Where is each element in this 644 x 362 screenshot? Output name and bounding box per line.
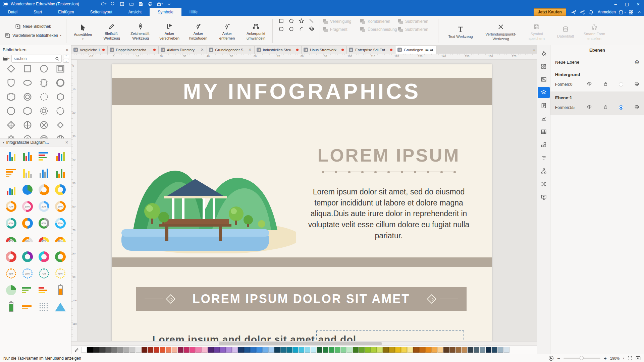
save-button[interactable] [137,1,145,7]
color-swatch[interactable] [292,347,298,353]
color-swatch[interactable] [413,347,419,353]
tool-anchor-remove[interactable]: Anker entfernen [213,21,241,41]
library-shape-octagon[interactable] [3,104,19,118]
library-shape-fan[interactable] [52,132,68,138]
search-icon[interactable] [55,57,59,61]
new-layer-row[interactable]: Neue Ebene ⊕ [550,55,644,69]
library-shape-petal[interactable] [36,132,52,138]
close-button[interactable]: ✕ [633,0,644,8]
color-swatch[interactable] [455,347,461,353]
login-link[interactable]: Anmelden [596,8,618,16]
library-thumbnail-battv[interactable] [5,301,17,313]
color-swatch[interactable] [341,347,346,353]
library-shape-scallop[interactable] [19,104,36,118]
presentation-panel-icon[interactable] [538,192,550,202]
color-swatch[interactable] [123,347,129,353]
color-swatch[interactable] [208,347,214,353]
color-swatch[interactable] [305,347,310,353]
zoom-slider-knob[interactable] [580,356,584,360]
image-panel-icon[interactable] [538,74,550,85]
library-thumbnail-dotring[interactable]: 45% [5,267,17,280]
color-swatch[interactable] [232,347,238,353]
color-swatch[interactable] [286,347,292,353]
palette-pencil-icon[interactable] [73,347,81,353]
color-swatch[interactable] [172,347,177,353]
color-swatch[interactable] [214,347,220,353]
library-thumbnail-donut[interactable] [21,250,34,263]
library-shape-seal[interactable] [36,76,52,89]
color-swatch[interactable] [129,347,135,353]
library-shape-ring[interactable] [19,90,36,104]
document-tab[interactable]: ƆHaus Stromverk... [302,46,347,54]
library-thumbnail-dotring[interactable]: 70% [38,267,50,280]
send-feedback-icon[interactable] [570,8,578,16]
color-swatch[interactable] [335,347,340,353]
layer-print-icon[interactable] [634,105,639,111]
library-thumbnail-donut[interactable] [38,250,50,263]
color-swatch[interactable] [117,347,123,353]
library-thumbnail-bars[interactable] [21,150,34,163]
quick-access-customize-button[interactable] [165,1,173,7]
infographic-title[interactable]: MY INFOGRAPHICS [183,79,421,104]
body-paragraph[interactable]: Lorem ipsum dolor sit amet, sed do eiusm… [302,186,476,241]
fit-to-window-icon[interactable] [636,356,641,361]
library-search-box[interactable] [11,55,62,63]
color-swatch[interactable] [480,347,485,353]
draw-shape-pent[interactable] [288,18,294,25]
tool-text[interactable]: Text-Werkzeug [440,23,481,39]
color-swatch[interactable] [359,347,365,353]
library-thumbnail-donut[interactable] [54,183,67,196]
library-shape-dotcircle[interactable] [36,90,52,104]
document-tab[interactable]: ƆDoppelblasenschabl... [108,46,159,54]
menu-item-start[interactable]: Start [25,8,50,16]
library-thumbnail-bars[interactable] [5,150,17,163]
color-swatch[interactable] [486,347,491,353]
library-shape-crosscircle[interactable] [19,118,36,132]
color-swatch[interactable] [401,347,407,353]
color-swatch[interactable] [311,347,316,353]
color-swatch[interactable] [365,347,371,353]
document-tab[interactable]: ƆAktives Directory ...✕ [159,46,207,54]
new-document-button[interactable] [118,1,126,7]
color-swatch[interactable] [462,347,467,353]
color-swatch[interactable] [178,347,183,353]
color-swatch[interactable] [226,347,232,353]
document-tab[interactable]: ƆGrundlegender S...✕ [207,46,255,54]
export-button[interactable]: ▾ [156,1,164,7]
close-section-icon[interactable]: ✕ [65,140,68,145]
search-input[interactable] [14,56,54,61]
tool-cursor[interactable]: Auswählen▾ [68,22,97,40]
library-shape-wavy[interactable] [52,104,68,118]
menu-item-datei[interactable]: Datei [0,8,25,16]
color-swatch[interactable] [383,347,389,353]
library-thumbnail-battv[interactable] [54,284,67,297]
zoom-in-button[interactable]: + [604,355,607,361]
library-thumbnail-donut[interactable] [38,183,50,196]
zoom-slider[interactable] [564,358,600,359]
minimize-button[interactable]: – [610,0,621,8]
color-swatch[interactable] [425,347,431,353]
library-shape-target[interactable] [19,132,36,138]
color-swatch[interactable] [329,347,334,353]
color-swatch[interactable] [389,347,395,353]
layer-visibility-icon[interactable] [587,104,592,111]
library-shape-tdiamond[interactable] [52,118,68,132]
orgchart-panel-icon[interactable] [538,166,550,176]
library-thumbnail-hbars[interactable] [21,284,34,297]
draw-shape-arc[interactable] [299,26,304,33]
collapse-panel-icon[interactable]: « [66,47,68,52]
library-scroll-up[interactable]: ⌃ [63,55,69,58]
components-panel-icon[interactable] [538,61,550,72]
menu-item-symbole[interactable]: Symbole [150,8,181,16]
library-section-header[interactable]: ▾ Infografische Diagram... ✕ [0,138,71,146]
draw-shape-line[interactable] [309,18,314,25]
library-thumbnail-bars[interactable] [54,150,67,163]
zoom-out-button[interactable]: − [557,355,560,361]
color-swatch[interactable] [504,347,509,353]
document-tab[interactable]: ƆGrundlegen⬅➡ [395,46,436,54]
color-swatch[interactable] [377,347,383,353]
document-page[interactable]: MY INFOGRAPHICS [112,64,492,341]
chart-panel-icon[interactable] [538,113,550,124]
color-swatch[interactable] [371,347,377,353]
color-swatch[interactable] [196,347,202,353]
